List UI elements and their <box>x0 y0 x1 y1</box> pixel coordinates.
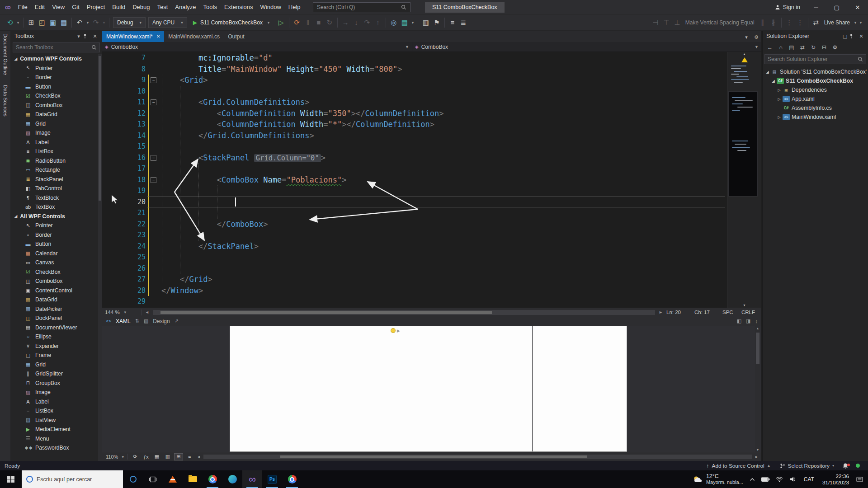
toolbox-item-grid[interactable]: ▦Grid <box>11 119 102 129</box>
pop-out-icon[interactable]: ↗ <box>175 318 179 324</box>
lightbulb-suggestion[interactable]: ▶ <box>391 328 400 333</box>
menu-window[interactable]: Window <box>257 2 285 12</box>
code-line-26[interactable]: 26 <box>102 263 727 274</box>
close-button[interactable]: ✕ <box>847 0 868 14</box>
design-horizontal-scrollbar[interactable] <box>203 455 752 459</box>
menu-help[interactable]: Help <box>285 2 304 12</box>
menu-test[interactable]: Test <box>153 2 171 12</box>
solution-item-mainwindow-xaml[interactable]: ▷<>MainWindow.xaml <box>763 113 868 122</box>
vertical-split-icon[interactable]: ◧ <box>737 318 741 324</box>
save-icon[interactable]: ▣ <box>47 17 58 28</box>
start-button[interactable] <box>0 470 22 488</box>
code-line-28[interactable]: 28</Window> <box>102 285 727 296</box>
xaml-view-tab[interactable]: XAML <box>116 318 131 324</box>
redo-icon[interactable]: ↷ <box>90 17 101 28</box>
start-without-debugging-icon[interactable]: ▷ <box>276 17 287 28</box>
toolbox-item-datagrid[interactable]: ▦DataGrid <box>11 295 102 305</box>
show-grid-icon[interactable]: ▦ <box>152 453 161 460</box>
xaml-code-editor[interactable]: 7 mc:Ignorable="d"8 Title="MainWindow" H… <box>102 52 761 308</box>
menu-analyze[interactable]: Analyze <box>171 2 199 12</box>
menu-build[interactable]: Build <box>108 2 129 12</box>
taskbar-app-cortana[interactable] <box>123 470 143 488</box>
taskbar-clock[interactable]: 22:36 31/10/2023 <box>821 473 851 486</box>
toolbox-item-calendar[interactable]: ▦Calendar <box>11 249 102 258</box>
properties-icon[interactable]: ⚙ <box>830 43 840 52</box>
toolbox-item-textblock[interactable]: ¶TextBlock <box>11 193 102 203</box>
start-debugging-button[interactable]: ▶S11 ComboBoxCheckBox▾ <box>189 17 275 28</box>
stop-debugging-icon[interactable]: ■ <box>313 17 324 28</box>
code-line-15[interactable]: 15 <box>102 141 727 152</box>
design-view-tab[interactable]: Design <box>153 318 170 324</box>
scroll-down-icon[interactable]: ▼ <box>727 304 761 307</box>
design-vertical-scrollbar[interactable]: ▲ ▼ <box>755 326 760 452</box>
open-file-icon[interactable]: ◰ <box>37 17 47 28</box>
design-zoom-select[interactable]: 110%▾ <box>105 453 125 460</box>
toolbox-item-documentviewer[interactable]: ▤DocumentViewer <box>11 323 102 333</box>
scrollbar-map[interactable]: ▲ ▼ <box>727 52 761 308</box>
home-icon[interactable]: ⌂ <box>776 43 785 52</box>
tab-list-caret[interactable]: ▾ <box>741 34 751 40</box>
editor-settings-gear-icon[interactable]: ⚙ <box>751 34 761 40</box>
weather-widget[interactable]: 12°C Mayorm. nubla... <box>693 473 743 485</box>
show-next-statement-icon[interactable]: → <box>340 17 351 28</box>
column-guides-icon[interactable]: ⋮ <box>784 17 795 28</box>
design-artboard[interactable] <box>230 326 627 452</box>
horizontal-scrollbar[interactable] <box>153 310 655 315</box>
save-all-icon[interactable]: ▦ <box>58 17 69 28</box>
menu-tools[interactable]: Tools <box>200 2 221 12</box>
toolbox-item-gridsplitter[interactable]: ∥GridSplitter <box>11 369 102 379</box>
code-line-17[interactable]: 17 <box>102 163 727 174</box>
minimize-button[interactable]: ─ <box>806 0 826 14</box>
taskbar-app-visual-studio[interactable]: ∞ <box>242 470 262 488</box>
taskbar-app-task-view[interactable] <box>143 470 163 488</box>
code-line-8[interactable]: 8 Title="MainWindow" Height="450" Width=… <box>102 64 727 75</box>
swap-panes-icon[interactable]: ⇅ <box>135 318 139 324</box>
quick-search-input[interactable]: Search (Ctrl+Q) <box>313 2 410 12</box>
zoom-fit-icon[interactable]: ≈ <box>185 453 194 460</box>
taskbar-app-file-explorer[interactable] <box>183 470 203 488</box>
effects-icon[interactable]: ƒx <box>142 453 151 460</box>
dock-icon[interactable]: ▢ <box>841 33 849 39</box>
code-line-18[interactable]: 18− <ComboBox Name="Poblacions"> <box>102 174 727 186</box>
toolbox-item-frame[interactable]: ▢Frame <box>11 351 102 360</box>
live-share-icon[interactable]: ⇄ <box>811 17 821 28</box>
code-line-7[interactable]: 7 mc:Ignorable="d" <box>102 52 727 64</box>
code-line-24[interactable]: 24 </StackPanel> <box>102 241 727 252</box>
taskbar-app-chrome[interactable] <box>203 470 222 488</box>
toolbox-item-dockpanel[interactable]: ◫DockPanel <box>11 314 102 323</box>
chevron-down-icon[interactable]: ▾ <box>75 33 83 39</box>
vertical-spacing-icon[interactable]: ∦ <box>768 17 779 28</box>
code-line-11[interactable]: 11− <Grid.ColumnDefinitions> <box>102 97 727 108</box>
code-line-20[interactable]: 20 <box>102 197 727 208</box>
taskbar-app-edge[interactable] <box>222 470 242 488</box>
back-icon[interactable]: ← <box>765 43 774 52</box>
toolbox-item-textbox[interactable]: abTextBox <box>11 202 102 212</box>
toolbox-item-pointer[interactable]: ↖Pointer <box>11 221 102 230</box>
menu-debug[interactable]: Debug <box>129 2 153 12</box>
row-guides-icon[interactable]: ⋮ <box>795 17 806 28</box>
menu-view[interactable]: View <box>48 2 68 12</box>
code-line-23[interactable]: 23 <box>102 230 727 241</box>
tab-output[interactable]: Output <box>224 31 249 42</box>
toolbox-item-contentcontrol[interactable]: ▣ContentControl <box>11 286 102 296</box>
pin-icon[interactable] <box>83 33 91 39</box>
maximize-button[interactable]: ▢ <box>826 0 847 14</box>
toolbox-section-common-wpf-controls[interactable]: ◢Common WPF Controls <box>11 54 102 64</box>
toolbox-item-rectangle[interactable]: ▭Rectangle <box>11 165 102 175</box>
toolbox-scrollbar[interactable] <box>98 54 102 461</box>
toolbox-item-checkbox[interactable]: ☑CheckBox <box>11 91 102 101</box>
code-line-13[interactable]: 13 <ColumnDefinition Width="*"></ColumnD… <box>102 119 727 130</box>
code-line-10[interactable]: 10 <box>102 86 727 97</box>
solution-item-s11-comboboxcheckbox[interactable]: ◢C#S11 ComboBoxCheckBox <box>763 76 868 85</box>
toolbox-item-combobox[interactable]: ◫ComboBox <box>11 101 102 110</box>
code-line-25[interactable]: 25 <box>102 252 727 263</box>
toolbox-item-datepicker[interactable]: ▦DatePicker <box>11 305 102 314</box>
restart-icon[interactable]: ↻ <box>324 17 335 28</box>
toolbox-item-checkbox[interactable]: ☑CheckBox <box>11 267 102 277</box>
new-file-icon[interactable]: ⊞ <box>26 17 37 28</box>
solution-explorer-header[interactable]: Solution Explorer ▢ ✕ <box>763 31 868 42</box>
wifi-icon[interactable] <box>775 476 784 482</box>
solution-search-input[interactable]: Search Solution Explorer <box>764 54 866 64</box>
keyboard-language[interactable]: CAT <box>802 476 816 483</box>
code-line-29[interactable]: 29 <box>102 296 727 307</box>
